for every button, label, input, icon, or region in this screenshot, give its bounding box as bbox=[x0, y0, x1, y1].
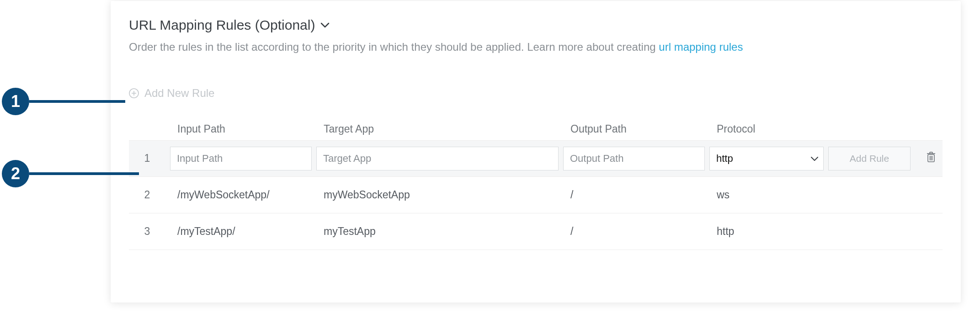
input-path-field[interactable] bbox=[170, 147, 312, 170]
col-protocol: Protocol bbox=[709, 123, 824, 135]
rules-table: Input Path Target App Output Path Protoc… bbox=[129, 118, 943, 250]
row-protocol: http bbox=[709, 225, 824, 238]
output-path-field[interactable] bbox=[563, 147, 705, 170]
row-output-path: / bbox=[563, 225, 705, 238]
section-description: Order the rules in the list according to… bbox=[129, 39, 943, 55]
chevron-down-icon bbox=[810, 153, 819, 165]
row-input-path: /myTestApp/ bbox=[170, 225, 312, 238]
col-output-path: Output Path bbox=[563, 123, 705, 135]
callout-2-line bbox=[29, 172, 139, 175]
row-target-app: myTestApp bbox=[316, 225, 559, 238]
url-mapping-rules-link[interactable]: url mapping rules bbox=[659, 41, 743, 53]
callout-2: 2 bbox=[2, 160, 139, 187]
row-protocol: ws bbox=[709, 189, 824, 201]
add-new-rule-button[interactable]: Add New Rule bbox=[129, 87, 214, 100]
table-header-row: Input Path Target App Output Path Protoc… bbox=[129, 118, 943, 140]
row-output-path: / bbox=[563, 189, 705, 201]
callout-1: 1 bbox=[2, 88, 125, 115]
delete-row-button[interactable] bbox=[915, 151, 947, 166]
section-title: URL Mapping Rules (Optional) bbox=[129, 17, 315, 33]
row-target-app: myWebSocketApp bbox=[316, 189, 559, 201]
callout-1-badge: 1 bbox=[2, 88, 29, 115]
add-rule-button[interactable]: Add Rule bbox=[828, 147, 911, 170]
row-index: 2 bbox=[129, 189, 165, 201]
table-row: 2 /myWebSocketApp/ myWebSocketApp / ws bbox=[129, 177, 943, 213]
edit-row: 1 http Add Rule bbox=[129, 140, 943, 177]
col-target-app: Target App bbox=[316, 123, 559, 135]
row-index: 3 bbox=[129, 225, 165, 238]
url-mapping-panel: URL Mapping Rules (Optional) Order the r… bbox=[111, 1, 961, 303]
target-app-field[interactable] bbox=[316, 147, 559, 170]
plus-circle-icon bbox=[129, 88, 139, 98]
protocol-select[interactable]: http bbox=[709, 147, 824, 170]
protocol-select-value: http bbox=[716, 153, 733, 165]
trash-icon bbox=[926, 151, 936, 166]
table-row: 3 /myTestApp/ myTestApp / http bbox=[129, 213, 943, 250]
callout-2-badge: 2 bbox=[2, 160, 29, 187]
callout-1-line bbox=[29, 100, 125, 103]
row-input-path: /myWebSocketApp/ bbox=[170, 189, 312, 201]
chevron-down-icon bbox=[320, 22, 330, 30]
col-input-path: Input Path bbox=[170, 123, 312, 135]
section-header[interactable]: URL Mapping Rules (Optional) bbox=[129, 17, 943, 33]
add-new-rule-label: Add New Rule bbox=[144, 87, 214, 100]
section-desc-text: Order the rules in the list according to… bbox=[129, 41, 659, 53]
